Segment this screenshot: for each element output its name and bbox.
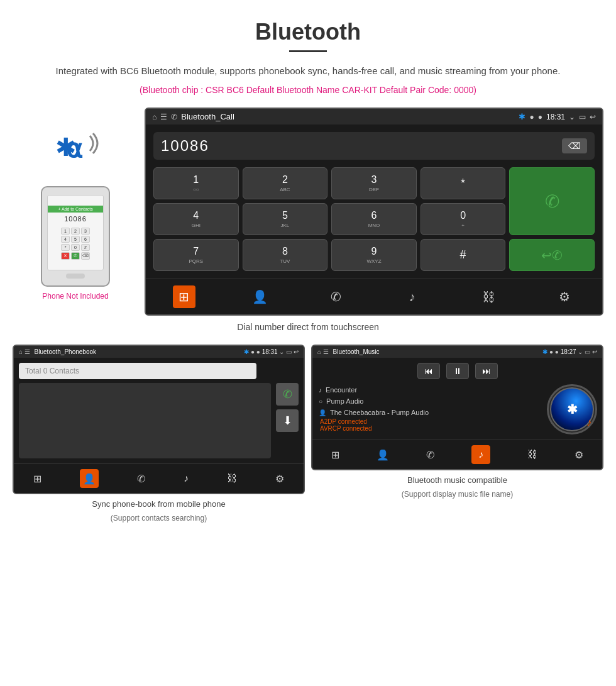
key-0[interactable]: 0+: [421, 203, 506, 235]
music-statusbar: ⌂ ☰ Bluetooth_Music ✱ ● ● 18:27 ⌄ ▭ ↩: [312, 346, 602, 358]
specs-line: (Bluetooth chip : CSR BC6 Default Blueto…: [0, 85, 616, 95]
toolbar-settings-icon[interactable]: ⚙: [553, 285, 576, 308]
pb-tool-music[interactable]: ♪: [184, 473, 189, 484]
music-tool-dialpad[interactable]: ⊞: [331, 449, 339, 461]
music-tool-settings[interactable]: ⚙: [575, 449, 583, 461]
key-star[interactable]: *: [421, 167, 506, 199]
pb-tool-dialpad[interactable]: ⊞: [33, 473, 41, 485]
statusbar-left: ⌂ ☰ ✆ Bluetooth_Call: [152, 112, 234, 121]
page-title: Bluetooth: [0, 0, 616, 50]
music-notes-icon: ♪: [586, 416, 592, 429]
pb-window-icon: ▭: [286, 348, 292, 355]
recall-button[interactable]: ↩✆: [509, 239, 595, 271]
phone-screen-header: + Add to Contacts: [48, 206, 103, 213]
music-expand-icon: ⌄: [578, 348, 583, 355]
phonebook-statusbar: ⌂ ☰ Bluetooth_Phonebook ✱ ● ● 18:31 ⌄ ▭ …: [14, 346, 304, 358]
signal-dot2-icon: ●: [538, 113, 542, 121]
music-next-button[interactable]: ⏭: [475, 363, 498, 379]
window-icon: ▭: [579, 113, 586, 121]
dialer-input-row: 10086 ⌫: [153, 132, 595, 160]
phone-mockup: + Add to Contacts 10086 123 456 *0# ✕ ✆ …: [41, 186, 110, 287]
bluetooth-icon-area: ✱ ⍺: [50, 126, 101, 177]
key-6[interactable]: 6MNO: [331, 203, 417, 235]
pb-expand-icon: ⌄: [279, 348, 284, 355]
music-prev-button[interactable]: ⏮: [417, 363, 440, 379]
key-1[interactable]: 1○○: [153, 167, 239, 199]
pb-back-icon[interactable]: ↩: [294, 348, 299, 355]
music-back-icon[interactable]: ↩: [592, 348, 597, 355]
key-2[interactable]: 2ABC: [243, 167, 328, 199]
pb-tool-contacts[interactable]: 👤: [80, 469, 99, 488]
app-name-dial: Bluetooth_Call: [181, 112, 234, 121]
music-disc: ✱ ♪: [547, 384, 597, 434]
music-info: ♪ Encounter ○ Pump Audio 👤 The Cheebacab…: [317, 384, 542, 434]
pb-bt-icon: ✱: [244, 348, 249, 355]
track-1-name: Encounter: [326, 386, 357, 394]
a2dp-status: A2DP connected: [317, 418, 542, 425]
car-dialer: 10086 ⌫ 1○○ 2ABC 3DEF * ✆ 4GHI 5JKL 6MNO: [146, 124, 602, 279]
pb-download-btn[interactable]: ⬇: [276, 409, 299, 432]
phonebook-list-area: [19, 383, 271, 458]
home-icon: ⌂: [152, 113, 157, 121]
phonebook-body: ✆ ⬇: [19, 383, 299, 458]
music-tool-call[interactable]: ✆: [426, 449, 434, 461]
music-bt-icon: ✱: [542, 348, 547, 355]
pb-tool-link[interactable]: ⛓: [227, 473, 237, 484]
toolbar-call-icon[interactable]: ✆: [325, 285, 348, 308]
pb-tool-call[interactable]: ✆: [137, 473, 145, 485]
track-3-name: The Cheebacabra - Pump Audio: [330, 409, 429, 416]
music-body: ♪ Encounter ○ Pump Audio 👤 The Cheebacab…: [317, 384, 597, 434]
signal-dot-icon: ●: [529, 113, 534, 121]
caption-dial: Dial number direct from touchscreen: [0, 322, 616, 332]
pb-statusbar-right: ✱ ● ● 18:31 ⌄ ▭ ↩: [244, 348, 299, 355]
phonebook-caption-sub: (Support contacts searching): [13, 514, 305, 523]
phonebook-screen: ⌂ ☰ Bluetooth_Phonebook ✱ ● ● 18:31 ⌄ ▭ …: [13, 345, 305, 494]
car-statusbar-dial: ⌂ ☰ ✆ Bluetooth_Call ✱ ● ● 18:31 ⌄ ▭ ↩: [146, 109, 602, 124]
phonebook-toolbar: ⊞ 👤 ✆ ♪ ⛓ ⚙: [14, 463, 304, 493]
phone-not-included-label: Phone Not Included: [42, 292, 108, 301]
car-screen-dial: ⌂ ☰ ✆ Bluetooth_Call ✱ ● ● 18:31 ⌄ ▭ ↩: [145, 108, 603, 316]
music-play-pause-button[interactable]: ⏸: [446, 363, 469, 379]
music-signal-icon: ● ●: [549, 348, 559, 355]
key-hash[interactable]: #: [421, 239, 506, 271]
music-tool-link[interactable]: ⛓: [527, 449, 537, 460]
phonebook-card: ⌂ ☰ Bluetooth_Phonebook ✱ ● ● 18:31 ⌄ ▭ …: [13, 345, 305, 523]
music-statusbar-right: ✱ ● ● 18:27 ⌄ ▭ ↩: [542, 348, 597, 355]
back-icon[interactable]: ↩: [590, 113, 596, 121]
music-controls: ⏮ ⏸ ⏭: [317, 363, 597, 379]
menu-icon: ☰: [160, 113, 167, 121]
key-5[interactable]: 5JKL: [243, 203, 328, 235]
key-9[interactable]: 9WXYZ: [331, 239, 417, 271]
phonebook-content: Total 0 Contacts ✆ ⬇: [14, 358, 304, 463]
contacts-placeholder: Total 0 Contacts: [25, 367, 79, 375]
call-button[interactable]: ✆: [509, 167, 595, 235]
music-screen: ⌂ ☰ Bluetooth_Music ✱ ● ● 18:27 ⌄ ▭ ↩ ⏮: [311, 345, 603, 470]
music-app-name: Bluetooth_Music: [333, 348, 380, 355]
music-tool-contacts[interactable]: 👤: [377, 449, 389, 461]
expand-icon: ⌄: [569, 113, 575, 121]
key-7[interactable]: 7PQRS: [153, 239, 239, 271]
svg-text:⍺: ⍺: [66, 135, 83, 163]
toolbar-link-icon[interactable]: ⛓: [477, 285, 500, 308]
bt-status-icon: ✱: [519, 112, 525, 121]
toolbar-music-icon[interactable]: ♪: [401, 285, 424, 308]
key-4[interactable]: 4GHI: [153, 203, 239, 235]
pb-menu-icon: ☰: [25, 348, 30, 355]
track-3: 👤 The Cheebacabra - Pump Audio: [317, 407, 542, 418]
key-8[interactable]: 8TUV: [243, 239, 328, 271]
track-circle-icon: ○: [319, 398, 322, 405]
track-2: ○ Pump Audio: [317, 396, 542, 407]
contacts-search-input[interactable]: Total 0 Contacts: [19, 363, 256, 379]
pb-tool-settings[interactable]: ⚙: [275, 473, 284, 485]
music-tool-music[interactable]: ♪: [471, 445, 490, 464]
key-3[interactable]: 3DEF: [331, 167, 417, 199]
phone-section: ✱ ⍺ + Add to Contacts 10086 123 456: [13, 108, 138, 301]
toolbar-dialpad-icon[interactable]: ⊞: [173, 285, 195, 308]
pb-home-icon: ⌂: [19, 348, 23, 355]
backspace-button[interactable]: ⌫: [562, 138, 587, 153]
main-content-row: ✱ ⍺ + Add to Contacts 10086 123 456: [0, 108, 616, 316]
car-toolbar-dial: ⊞ 👤 ✆ ♪ ⛓ ⚙: [146, 279, 602, 314]
pb-call-btn[interactable]: ✆: [276, 383, 299, 406]
toolbar-contacts-icon[interactable]: 👤: [249, 285, 272, 308]
music-window-icon: ▭: [585, 348, 590, 355]
